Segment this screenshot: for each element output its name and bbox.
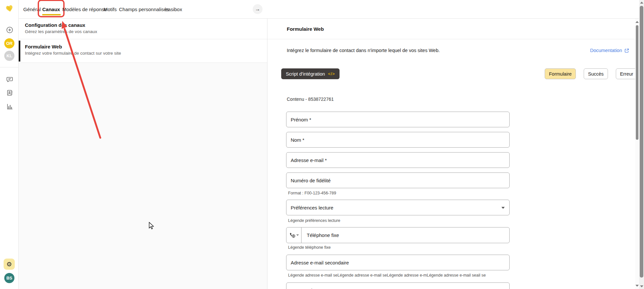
page-title: Formulaire Web <box>287 26 324 32</box>
app-logo-heart-icon[interactable] <box>5 4 14 13</box>
panel-item-title: Configuration des canaux <box>25 22 262 28</box>
panel-empty-area <box>19 63 267 289</box>
settings-app-window: OR KL ⚙ BS <box>0 0 644 289</box>
panel-item-subtitle: Intégrez votre formulaire de contact sur… <box>25 51 262 56</box>
avatar-bs[interactable]: BS <box>4 273 14 283</box>
script-integration-button[interactable]: Script d'intégration </> <box>281 68 340 79</box>
panel-item-configuration-canaux[interactable]: Configuration des canaux Gérez les param… <box>19 19 267 39</box>
tab-easibox[interactable]: easibox <box>165 0 182 19</box>
channels-panel: Configuration des canaux Gérez les param… <box>19 19 267 289</box>
helper-telephone-fixe: Légende téléphone fixe <box>288 245 331 250</box>
window-scrollbar[interactable] <box>639 0 644 289</box>
settings-topbar: Général Canaux Modèles de réponse Motifs… <box>19 0 644 19</box>
plus-circle-icon <box>6 27 13 33</box>
address-book-icon <box>6 89 13 96</box>
arrow-right-icon: → <box>255 6 260 12</box>
preview-tab-succes[interactable]: Succès <box>584 68 608 79</box>
field-telephone-fixe[interactable]: Téléphone fixe <box>286 227 510 243</box>
field-numero-fidelite[interactable]: Numéro de fidélité <box>286 172 510 188</box>
panel-main-divider <box>267 0 267 289</box>
content-id-label: Contenu - 8538722761 <box>287 97 334 102</box>
phone-country-selector[interactable] <box>286 227 302 243</box>
scroll-down-icon[interactable] <box>640 285 643 287</box>
conversations-button[interactable] <box>6 76 13 83</box>
tab-champs-personnalises[interactable]: Champs personnalisés <box>119 0 169 19</box>
icon-rail: OR KL ⚙ BS <box>0 0 19 289</box>
active-tab-underline <box>42 14 61 15</box>
content-scrollbar[interactable] <box>635 19 639 289</box>
preview-tab-erreur[interactable]: Erreur <box>616 68 637 79</box>
helper-preferences-lecture: Légende préférences lecture <box>288 218 340 223</box>
analytics-button[interactable] <box>6 103 13 110</box>
rail-divider <box>0 67 18 67</box>
window-scrollbar-thumb[interactable] <box>640 6 643 278</box>
helper-format: Format : F00-123-456-789 <box>288 191 336 195</box>
avatar-kl[interactable]: KL <box>4 51 14 61</box>
panel-item-title: Formulaire Web <box>25 44 262 49</box>
tab-general[interactable]: Général <box>23 0 41 19</box>
field-partial-bottom[interactable]: Numero de 23 <box>286 282 510 289</box>
content-scrollbar-thumb[interactable] <box>636 25 638 140</box>
chevron-down-icon <box>501 207 505 209</box>
settings-button[interactable]: ⚙ <box>4 259 15 270</box>
tab-motifs[interactable]: Motifs <box>104 0 117 19</box>
tabs-scroll-right-button[interactable]: → <box>253 4 263 14</box>
scroll-up-icon[interactable] <box>635 21 639 23</box>
gear-icon: ⚙ <box>6 261 12 268</box>
avatar-or[interactable]: OR <box>4 38 14 48</box>
scroll-down-icon[interactable] <box>635 285 639 287</box>
documentation-link[interactable]: Documentation <box>590 48 629 53</box>
code-icon: </> <box>328 71 335 76</box>
field-adresse-email[interactable]: Adresse e-mail * <box>286 152 510 168</box>
field-nom[interactable]: Nom * <box>286 132 510 148</box>
tab-modeles-de-reponse[interactable]: Modèles de réponse <box>62 0 107 19</box>
contacts-button[interactable] <box>6 89 13 96</box>
field-email-secondaire[interactable]: Adresse e-mail secondaire <box>286 255 510 270</box>
chat-bubble-icon <box>6 76 13 83</box>
preview-tab-group: Formulaire Succès Erreur <box>545 68 637 79</box>
field-preferences-lecture-select[interactable]: Préférences lecture <box>286 200 510 215</box>
external-link-icon <box>624 48 629 53</box>
phone-globe-icon <box>289 232 296 239</box>
formulaire-web-main: Formulaire Web Intégrez le formulaire de… <box>267 19 635 289</box>
field-prenom[interactable]: Prénom * <box>286 112 510 127</box>
preview-tab-formulaire[interactable]: Formulaire <box>545 68 576 79</box>
panel-item-subtitle: Gérez les paramètres de vos canaux <box>25 29 262 34</box>
helper-email-secondaire: Légende adresse e-mail seLégende adresse… <box>288 273 486 278</box>
panel-item-formulaire-web[interactable]: Formulaire Web Intégrez votre formulaire… <box>19 39 267 63</box>
intro-text: Intégrez le formulaire de contact dans n… <box>287 48 440 53</box>
main-header: Formulaire Web <box>267 19 635 39</box>
chevron-down-icon <box>296 234 299 236</box>
tab-canaux[interactable]: Canaux <box>42 0 60 19</box>
add-button[interactable] <box>6 26 13 33</box>
intro-row: Intégrez le formulaire de contact dans n… <box>267 39 635 62</box>
scroll-up-icon[interactable] <box>640 2 643 4</box>
bar-chart-icon <box>6 103 13 110</box>
